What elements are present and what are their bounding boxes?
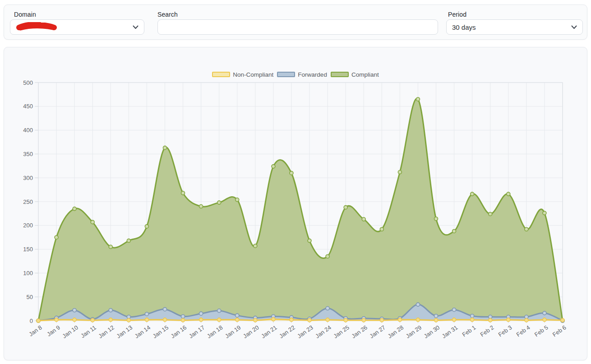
data-point-marker[interactable] bbox=[254, 244, 257, 248]
data-point-marker[interactable] bbox=[452, 308, 456, 312]
data-point-marker[interactable] bbox=[181, 191, 185, 195]
data-point-marker[interactable] bbox=[471, 314, 474, 318]
data-point-marker[interactable] bbox=[91, 220, 94, 224]
svg-text:Jan 27: Jan 27 bbox=[368, 324, 387, 340]
data-point-marker[interactable] bbox=[127, 318, 130, 322]
data-point-marker[interactable] bbox=[163, 318, 166, 322]
data-point-marker[interactable] bbox=[525, 318, 528, 322]
data-point-marker[interactable] bbox=[199, 205, 203, 208]
data-point-marker[interactable] bbox=[416, 97, 420, 101]
data-point-marker[interactable] bbox=[452, 229, 456, 233]
period-select[interactable]: 30 days bbox=[446, 19, 583, 35]
data-point-marker[interactable] bbox=[217, 201, 221, 204]
data-point-marker[interactable] bbox=[163, 146, 166, 150]
svg-text:100: 100 bbox=[23, 270, 33, 276]
data-point-marker[interactable] bbox=[145, 318, 148, 322]
data-point-marker[interactable] bbox=[109, 318, 112, 322]
data-point-marker[interactable] bbox=[326, 318, 329, 322]
data-point-marker[interactable] bbox=[434, 314, 438, 318]
data-point-marker[interactable] bbox=[37, 319, 40, 323]
svg-text:Feb 4: Feb 4 bbox=[515, 324, 531, 338]
data-point-marker[interactable] bbox=[254, 318, 257, 322]
data-point-marker[interactable] bbox=[344, 206, 347, 209]
data-point-marker[interactable] bbox=[145, 312, 148, 316]
data-point-marker[interactable] bbox=[308, 239, 311, 243]
data-point-marker[interactable] bbox=[235, 198, 239, 202]
data-point-marker[interactable] bbox=[272, 318, 275, 321]
data-point-marker[interactable] bbox=[326, 254, 329, 258]
data-point-marker[interactable] bbox=[73, 309, 76, 312]
data-point-marker[interactable] bbox=[507, 318, 510, 322]
x-axis-labels: Jan 8Jan 9Jan 10Jan 11Jan 12Jan 13Jan 14… bbox=[28, 324, 568, 340]
data-point-marker[interactable] bbox=[199, 318, 203, 322]
data-point-marker[interactable] bbox=[181, 318, 185, 322]
svg-text:Jan 19: Jan 19 bbox=[224, 324, 242, 340]
svg-text:Jan 29: Jan 29 bbox=[405, 324, 423, 340]
svg-text:Jan 8: Jan 8 bbox=[28, 324, 43, 338]
data-point-marker[interactable] bbox=[362, 217, 365, 221]
data-point-marker[interactable] bbox=[235, 313, 239, 317]
data-point-marker[interactable] bbox=[199, 312, 203, 315]
data-point-marker[interactable] bbox=[55, 235, 58, 239]
data-point-marker[interactable] bbox=[235, 318, 239, 322]
svg-text:350: 350 bbox=[23, 151, 33, 157]
data-point-marker[interactable] bbox=[507, 192, 510, 196]
svg-text:Jan 30: Jan 30 bbox=[423, 324, 441, 340]
data-point-marker[interactable] bbox=[398, 318, 402, 322]
svg-text:Jan 21: Jan 21 bbox=[260, 324, 278, 340]
data-point-marker[interactable] bbox=[272, 165, 275, 168]
data-point-marker[interactable] bbox=[489, 212, 492, 216]
svg-text:Jan 10: Jan 10 bbox=[61, 324, 79, 340]
data-point-marker[interactable] bbox=[362, 318, 365, 322]
svg-text:Jan 31: Jan 31 bbox=[441, 324, 459, 340]
data-point-marker[interactable] bbox=[217, 309, 221, 313]
data-point-marker[interactable] bbox=[416, 318, 420, 322]
data-point-marker[interactable] bbox=[145, 225, 148, 228]
svg-text:Jan 13: Jan 13 bbox=[115, 324, 134, 340]
search-label: Search bbox=[157, 11, 178, 18]
data-point-marker[interactable] bbox=[380, 318, 383, 322]
data-point-marker[interactable] bbox=[452, 318, 456, 322]
data-point-marker[interactable] bbox=[434, 217, 438, 221]
y-axis-labels: 050100150200250300350400450500 bbox=[23, 79, 33, 324]
redacted-domain-value bbox=[16, 22, 57, 32]
svg-text:Jan 9: Jan 9 bbox=[46, 324, 61, 338]
compliance-chart[interactable]: 050100150200250300350400450500Jan 8Jan 9… bbox=[4, 47, 587, 360]
data-point-marker[interactable] bbox=[73, 207, 76, 211]
data-point-marker[interactable] bbox=[489, 318, 492, 322]
data-point-marker[interactable] bbox=[416, 303, 420, 306]
domain-select[interactable] bbox=[10, 19, 144, 35]
data-point-marker[interactable] bbox=[55, 318, 58, 322]
search-input[interactable] bbox=[157, 19, 438, 35]
data-point-marker[interactable] bbox=[471, 318, 474, 322]
data-point-marker[interactable] bbox=[91, 318, 94, 322]
data-point-marker[interactable] bbox=[434, 318, 438, 322]
data-point-marker[interactable] bbox=[543, 211, 546, 215]
svg-text:500: 500 bbox=[23, 79, 33, 86]
data-point-marker[interactable] bbox=[217, 318, 221, 322]
data-point-marker[interactable] bbox=[561, 318, 564, 322]
data-point-marker[interactable] bbox=[127, 239, 130, 243]
data-point-marker[interactable] bbox=[543, 311, 546, 315]
svg-text:Jan 11: Jan 11 bbox=[79, 324, 97, 339]
svg-text:300: 300 bbox=[23, 175, 33, 181]
data-point-marker[interactable] bbox=[525, 227, 528, 231]
svg-text:Jan 14: Jan 14 bbox=[134, 324, 152, 340]
chart-card: Non-CompliantForwardedCompliant 05010015… bbox=[4, 47, 587, 360]
svg-text:150: 150 bbox=[23, 246, 33, 253]
data-point-marker[interactable] bbox=[181, 314, 185, 318]
data-point-marker[interactable] bbox=[308, 318, 311, 322]
data-point-marker[interactable] bbox=[344, 318, 347, 322]
data-point-marker[interactable] bbox=[290, 171, 293, 175]
data-point-marker[interactable] bbox=[326, 307, 329, 310]
data-point-marker[interactable] bbox=[163, 308, 166, 311]
data-point-marker[interactable] bbox=[109, 245, 112, 249]
data-point-marker[interactable] bbox=[73, 318, 76, 322]
data-point-marker[interactable] bbox=[398, 170, 402, 174]
data-point-marker[interactable] bbox=[543, 318, 546, 322]
svg-text:Feb 2: Feb 2 bbox=[479, 324, 495, 338]
data-point-marker[interactable] bbox=[109, 309, 112, 312]
data-point-marker[interactable] bbox=[290, 318, 293, 322]
data-point-marker[interactable] bbox=[380, 227, 383, 231]
data-point-marker[interactable] bbox=[471, 192, 474, 196]
